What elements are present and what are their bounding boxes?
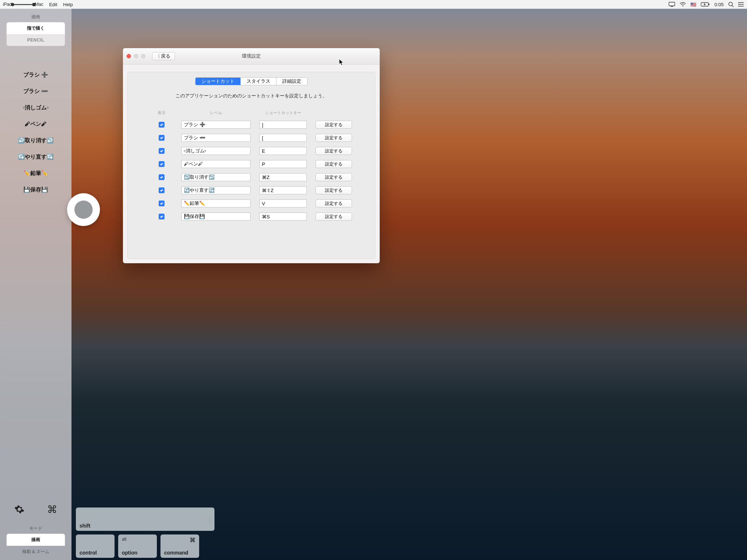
row-key-input[interactable]: E [259,147,307,155]
tool-brush-minus[interactable]: ブラシ ➖ [23,88,48,95]
row-key-input[interactable]: ] [259,121,307,129]
back-button[interactable]: 〈 戻る [152,52,175,60]
row-label-input[interactable]: ↪️やり直す↪️ [181,186,251,194]
chevron-left-icon: 〈 [155,53,160,59]
row-checkbox[interactable] [159,201,165,206]
row-key-input[interactable]: ⌘⇧Z [259,186,307,194]
tool-list: ブラシ ➕ ブラシ ➖ ▫消しゴム▫ 🖋ペン🖋 ↩️取り消す↩️ ↪️やり直す↪… [0,71,71,193]
row-checkbox[interactable] [159,161,165,167]
tool-redo[interactable]: ↪️やり直す↪️ [18,153,54,160]
row-label-input[interactable]: 💾保存💾 [181,213,251,221]
row-set-button[interactable]: 設定する [316,213,352,221]
row-set-button[interactable]: 設定する [316,147,352,155]
tool-brush-plus[interactable]: ブラシ ➕ [23,71,48,78]
menu-edit[interactable]: Edit [49,2,57,7]
row-set-button[interactable]: 設定する [316,134,352,142]
tool-eraser[interactable]: ▫消しゴム▫ [23,104,49,111]
row-key-input[interactable]: P [259,160,307,168]
input-mode-group: 指で描く PENCIL [7,22,65,46]
apple-pencil-button[interactable]: PENCIL [7,35,65,46]
preferences-panel: ショートカット スタイラス 詳細設定 このアプリケーションのためのショートカット… [127,72,375,259]
preferences-window: 〈 戻る 環境設定 ショートカット スタイラス 詳細設定 このアプリケーションの… [123,48,380,263]
row-checkbox[interactable] [159,187,165,193]
minimize-icon [134,54,138,58]
tool-save[interactable]: 💾保存💾 [23,186,48,193]
row-key-input[interactable]: [ [259,134,307,142]
col-key: ショートカットキー [259,110,307,116]
menu-help[interactable]: Help [63,2,73,7]
ipad-label: iPad [3,2,12,7]
row-label-input[interactable]: ↩️取り消す↩️ [181,173,251,181]
row-set-button[interactable]: 設定する [316,160,352,168]
row-set-button[interactable]: 設定する [316,186,352,194]
row-checkbox[interactable] [159,135,165,141]
zoom-icon [141,54,146,58]
row-label-input[interactable]: 🖋ペン🖋 [181,160,251,168]
row-checkbox[interactable] [159,174,165,180]
mac-label: Mac [35,2,43,7]
preferences-tabs: ショートカット スタイラス 詳細設定 [195,77,307,85]
col-show: 表示 [151,110,173,116]
row-set-button[interactable]: 設定する [316,121,352,129]
window-titlebar[interactable]: 〈 戻る 環境設定 [123,48,380,65]
back-button-label: 戻る [161,53,170,59]
preferences-subtitle: このアプリケーションのためのショートカットキーを設定しましょう。 [133,93,369,99]
touch-ring[interactable] [67,193,100,226]
col-label: レベル [181,110,251,116]
row-label-input[interactable]: ✏️鉛筆✏️ [181,199,251,207]
finger-draw-button[interactable]: 指で描く [7,22,65,35]
row-key-input[interactable]: ⌘S [259,213,307,221]
row-label-input[interactable]: ブラシ ➖ [181,134,251,142]
shortcuts-grid: 表示 レベル ショートカットキー ブラシ ➕]設定するブラシ ➖[設定する▫消し… [133,110,369,221]
row-set-button[interactable]: 設定する [316,173,352,181]
tab-shortcuts[interactable]: ショートカット [196,78,241,85]
row-checkbox[interactable] [159,148,165,154]
row-set-button[interactable]: 設定する [316,199,352,207]
traffic-lights [127,54,146,58]
tab-advanced[interactable]: 詳細設定 [276,78,307,85]
row-checkbox[interactable] [159,214,165,219]
row-key-input[interactable]: ⌘Z [259,173,307,181]
row-label-input[interactable]: ブラシ ➕ [181,121,251,129]
row-checkbox[interactable] [159,122,165,128]
draw-section-title: 描画 [31,14,40,20]
row-key-input[interactable]: V [259,199,307,207]
tool-undo[interactable]: ↩️取り消す↩️ [18,137,54,144]
tab-stylus[interactable]: スタイラス [241,78,276,85]
tool-pen[interactable]: 🖋ペン🖋 [25,121,47,128]
tool-pencil[interactable]: ✏️鉛筆✏️ [23,170,48,177]
close-icon[interactable] [127,54,131,58]
ipad-mac-indicator: iPad Mac [3,2,43,7]
macos-menubar: iPad Mac Edit Help 🇺🇸 0:05 [0,0,467,9]
tool-sidebar: 描画 指で描く PENCIL ブラシ ➕ ブラシ ➖ ▫消しゴム▫ 🖋ペン🖋 ↩… [0,0,71,350]
row-label-input[interactable]: ▫消しゴム▫ [181,147,251,155]
slider-icon[interactable] [12,4,34,5]
